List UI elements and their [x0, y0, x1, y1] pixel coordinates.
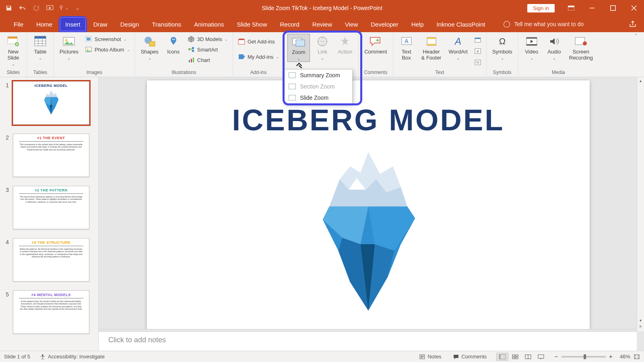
accessibility-status[interactable]: Accessibility: Investigate	[37, 354, 107, 360]
tab-developer[interactable]: Developer	[364, 16, 405, 32]
screenshot-button[interactable]: Screenshot ⌄	[83, 34, 132, 44]
icons-icon	[167, 35, 180, 48]
fit-to-window-button[interactable]	[634, 354, 640, 360]
tell-me-search[interactable]: Tell me what you want to do	[504, 16, 584, 32]
slide-thumbnail[interactable]: 5 #4 MENTAL MODELS At the deepest level,…	[3, 290, 95, 334]
reading-view-button[interactable]	[522, 353, 534, 361]
link-button[interactable]: Link	[312, 34, 332, 61]
tab-slide-show[interactable]: Slide Show	[230, 16, 273, 32]
new-slide-button[interactable]: New Slide	[3, 34, 23, 67]
zoom-slider[interactable]	[561, 356, 606, 358]
screen-recording-button[interactable]: Screen Recording	[567, 34, 595, 62]
maximize-button[interactable]	[603, 0, 623, 16]
slide-thumbnail[interactable]: 3 #2 THE PATTERN The second level repres…	[3, 186, 95, 229]
table-icon	[33, 35, 47, 48]
header-footer-button[interactable]: Header & Footer	[419, 34, 444, 62]
menu-slide-zoom[interactable]: Slide Zoom	[285, 92, 352, 103]
notes-pane[interactable]: Click to add notes	[99, 331, 637, 351]
document-title: Slide Zoom TikTok - Iceberg Model - Powe…	[262, 5, 382, 11]
text-box-button[interactable]: A Text Box	[396, 34, 417, 62]
touch-mouse-mode-icon[interactable]: ⌄	[59, 3, 68, 13]
minimize-button[interactable]	[582, 0, 602, 16]
comments-toggle[interactable]: Comments	[451, 354, 489, 360]
slide-thumbnail[interactable]: 4 #3 THE STRUCTURE Below the patterns, t…	[3, 238, 95, 282]
slide-thumbnail[interactable]: 1 ICEBERG MODEL	[3, 81, 95, 125]
present-from-start-icon[interactable]	[45, 3, 55, 13]
redo-icon[interactable]	[31, 3, 41, 13]
iceberg-graphic[interactable]	[300, 147, 437, 316]
scroll-up-icon[interactable]: ▴	[637, 77, 644, 84]
tab-insert[interactable]: Insert	[59, 16, 87, 32]
action-button[interactable]: Action	[335, 34, 355, 56]
tab-file[interactable]: File	[7, 16, 30, 32]
chart-button[interactable]: Chart	[186, 55, 229, 65]
thumb-title: ICEBERG MODEL	[13, 82, 89, 88]
zoom-out-button[interactable]: −	[554, 353, 558, 360]
comment-button[interactable]: Comment	[362, 34, 389, 56]
wordart-button[interactable]: A WordArt	[446, 34, 470, 61]
group-label: Comments	[362, 69, 389, 77]
pictures-button[interactable]: Pictures	[57, 34, 81, 61]
slide-thumbnail[interactable]: 2 #1 THE EVENT This corresponds to the s…	[3, 134, 95, 177]
object-button[interactable]	[473, 57, 483, 68]
get-addins-button[interactable]: Get Add-ins	[236, 36, 281, 47]
photo-album-button[interactable]: Photo Album ⌄	[83, 44, 132, 55]
scroll-down-icon[interactable]: ▾	[637, 317, 644, 324]
tab-home[interactable]: Home	[30, 16, 59, 32]
tab-animations[interactable]: Animations	[188, 16, 230, 32]
slide-editor[interactable]: ICEBERG MODEL ▴ ▾ ≡	[99, 77, 644, 351]
status-bar: Slide 1 of 5 Accessibility: Investigate …	[0, 351, 644, 362]
svg-marker-59	[368, 207, 415, 251]
qat-customize-icon[interactable]: ⌄	[72, 3, 82, 13]
new-slide-icon	[6, 35, 20, 48]
sign-in-button[interactable]: Sign in	[527, 4, 555, 12]
svg-rect-6	[8, 37, 17, 39]
share-button[interactable]	[629, 16, 637, 32]
undo-icon[interactable]	[18, 3, 27, 13]
tab-view[interactable]: View	[339, 16, 364, 32]
collapse-ribbon-icon[interactable]: ˆ	[635, 34, 642, 39]
notes-toggle[interactable]: Notes	[417, 354, 444, 360]
date-time-button[interactable]	[473, 35, 483, 45]
tab-inknoe-classpoint[interactable]: Inknoe ClassPoint	[430, 16, 492, 32]
tab-transitions[interactable]: Transitions	[145, 16, 188, 32]
table-button[interactable]: Table	[30, 34, 50, 61]
svg-point-18	[172, 39, 173, 40]
tab-help[interactable]: Help	[405, 16, 430, 32]
smartart-button[interactable]: SmartArt	[186, 44, 229, 55]
tab-draw[interactable]: Draw	[87, 16, 114, 32]
zoom-slider-handle[interactable]	[584, 354, 586, 359]
icons-button[interactable]: Icons	[163, 34, 184, 56]
sorter-view-button[interactable]	[509, 353, 521, 361]
title-bar: ⌄ ⌄ Slide Zoom TikTok - Iceberg Model - …	[0, 0, 644, 16]
zoom-percent[interactable]: 46%	[616, 354, 630, 360]
symbols-button[interactable]: Ω Symbols	[490, 34, 515, 61]
slide-nav-icon[interactable]: ≡	[637, 324, 644, 331]
slideshow-view-button[interactable]	[535, 353, 547, 361]
my-addins-button[interactable]: My Add-ins ⌄	[236, 51, 281, 62]
close-button[interactable]	[624, 0, 644, 16]
zoom-in-button[interactable]: +	[609, 353, 613, 360]
slide-thumbnails-pane[interactable]: 1 ICEBERG MODEL 2 #1 THE EVENT This corr…	[0, 77, 99, 351]
comment-icon	[369, 35, 382, 48]
ribbon-display-options-icon[interactable]	[561, 0, 581, 16]
menu-summary-zoom[interactable]: Summary Zoom	[285, 70, 352, 81]
tab-record[interactable]: Record	[273, 16, 305, 32]
zoom-button[interactable]: Zoom	[287, 34, 310, 62]
audio-button[interactable]: Audio	[544, 34, 564, 61]
save-icon[interactable]	[4, 3, 14, 13]
svg-rect-70	[516, 357, 518, 359]
tab-review[interactable]: Review	[306, 16, 339, 32]
video-button[interactable]: Video	[522, 34, 542, 61]
slide-indicator[interactable]: Slide 1 of 5	[4, 354, 30, 360]
vertical-scrollbar[interactable]: ▴ ▾ ≡	[637, 77, 644, 331]
svg-point-11	[65, 39, 68, 41]
svg-text:#: #	[477, 49, 479, 53]
slide-canvas[interactable]: ICEBERG MODEL	[147, 80, 590, 330]
3d-models-button[interactable]: 3D Models ⌄	[186, 34, 229, 44]
slide-title[interactable]: ICEBERG MODEL	[147, 80, 590, 137]
slide-number-button[interactable]: #	[473, 46, 483, 56]
normal-view-button[interactable]	[496, 353, 508, 361]
shapes-button[interactable]: Shapes	[138, 34, 161, 61]
tab-design[interactable]: Design	[114, 16, 146, 32]
